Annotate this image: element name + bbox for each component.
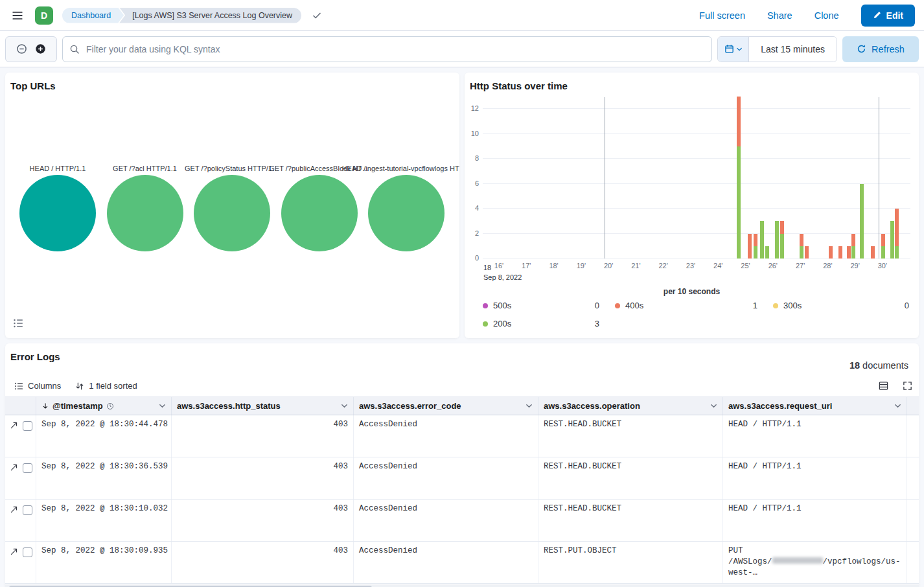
search-input[interactable] bbox=[85, 43, 705, 55]
x-axis-title: per 10 seconds bbox=[465, 287, 919, 296]
legend-toggle-button[interactable] bbox=[12, 317, 25, 332]
expand-row-button[interactable] bbox=[10, 463, 18, 472]
breadcrumb-dashboard[interactable]: Dashboard bbox=[62, 8, 124, 23]
top-urls-chart[interactable]: HEAD / HTTP/1.1GET /?acl HTTP/1.1GET /?p… bbox=[5, 73, 459, 338]
expand-row-icon bbox=[10, 505, 18, 514]
menu-button[interactable] bbox=[9, 7, 26, 24]
cell-http-status[interactable]: 403 bbox=[172, 457, 354, 499]
grid-toolbar: Columns 1 field sorted bbox=[14, 381, 912, 391]
breadcrumb-current-page[interactable]: [Logs AWS] S3 Server Access Log Overview bbox=[119, 8, 301, 23]
legend-value: 1 bbox=[753, 301, 757, 310]
column-header-operation[interactable]: aws.s3access.operation bbox=[538, 397, 723, 415]
cell-error-code[interactable]: AccessDenied bbox=[354, 500, 538, 541]
legend-item-300s[interactable]: 300s0 bbox=[773, 301, 909, 310]
redacted-text bbox=[772, 557, 823, 564]
pencil-icon bbox=[873, 11, 881, 19]
row-checkbox[interactable] bbox=[23, 547, 32, 557]
cell-timestamp[interactable]: Sep 8, 2022 @ 18:30:09.935 bbox=[36, 542, 172, 583]
expand-row-button[interactable] bbox=[10, 505, 18, 514]
cell-request-uri[interactable]: HEAD / HTTP/1.1 bbox=[723, 457, 907, 499]
add-filter-button[interactable] bbox=[32, 41, 49, 57]
expand-row-button[interactable] bbox=[10, 547, 18, 556]
sort-fields-button[interactable]: 1 field sorted bbox=[75, 381, 137, 391]
bar-200s bbox=[754, 246, 757, 259]
document-count: 18 documents bbox=[849, 360, 908, 371]
cell-http-status[interactable]: 403 bbox=[172, 542, 354, 583]
expand-row-button[interactable] bbox=[10, 421, 18, 430]
cell-error-code[interactable]: AccessDenied bbox=[354, 415, 538, 457]
cell-timestamp[interactable]: Sep 8, 2022 @ 18:30:36.539 bbox=[36, 457, 172, 499]
legend-item-500s[interactable]: 500s0 bbox=[483, 301, 599, 310]
y-axis-label: 12 bbox=[465, 104, 479, 112]
cell-error-code[interactable]: AccessDenied bbox=[354, 542, 538, 583]
clock-icon bbox=[106, 402, 114, 410]
pie-slice[interactable] bbox=[281, 175, 358, 251]
pie-slice[interactable] bbox=[107, 175, 183, 251]
cell-timestamp[interactable]: Sep 8, 2022 @ 18:30:44.478 bbox=[36, 415, 172, 457]
date-picker-button[interactable] bbox=[718, 37, 749, 62]
documents-table: @timestampaws.s3access.http_statusaws.s3… bbox=[5, 397, 919, 584]
column-header-label: aws.s3access.request_uri bbox=[728, 401, 832, 411]
cell-http-status[interactable]: 403 bbox=[172, 415, 354, 457]
full-screen-link[interactable]: Full screen bbox=[699, 10, 745, 21]
filter-options-button[interactable] bbox=[14, 41, 30, 57]
table-header: @timestampaws.s3access.http_statusaws.s3… bbox=[5, 397, 919, 415]
y-axis-label: 4 bbox=[465, 204, 479, 212]
legend-dot bbox=[615, 303, 620, 308]
cell-request-uri[interactable]: PUT/AWSLogs//vpcflowlogs/us-west-… bbox=[723, 542, 907, 583]
column-header-timestamp[interactable]: @timestamp bbox=[36, 397, 172, 415]
pie-label: GET /?acl HTTP/1.1 bbox=[113, 165, 177, 172]
y-axis-label: 0 bbox=[465, 254, 479, 262]
bar-200s bbox=[800, 246, 803, 259]
date-picker-group: Last 15 minutes bbox=[717, 36, 837, 62]
cell-error-code[interactable]: AccessDenied bbox=[354, 457, 538, 499]
pie-slice[interactable] bbox=[194, 175, 270, 251]
row-checkbox[interactable] bbox=[23, 463, 32, 473]
cell-timestamp[interactable]: Sep 8, 2022 @ 18:30:10.032 bbox=[36, 500, 172, 541]
share-link[interactable]: Share bbox=[767, 10, 792, 21]
fullscreen-grid-button[interactable] bbox=[903, 381, 912, 391]
column-header-label: @timestamp bbox=[52, 401, 103, 411]
plus-circle-icon bbox=[35, 43, 46, 54]
edit-button[interactable]: Edit bbox=[861, 5, 915, 27]
column-header-error-code[interactable]: aws.s3access.error_code bbox=[354, 397, 538, 415]
table-row: Sep 8, 2022 @ 18:30:09.935403AccessDenie… bbox=[5, 542, 919, 584]
y-axis-label: 2 bbox=[465, 229, 479, 237]
columns-button[interactable]: Columns bbox=[14, 381, 61, 391]
pie-slice[interactable] bbox=[19, 175, 96, 251]
cell-http-status[interactable]: 403 bbox=[172, 500, 354, 541]
row-controls bbox=[5, 500, 36, 541]
column-header-label: aws.s3access.operation bbox=[544, 401, 640, 411]
bar-200s bbox=[881, 246, 885, 259]
clone-link[interactable]: Clone bbox=[814, 10, 839, 21]
bar-200s bbox=[775, 221, 779, 259]
horizontal-scrollbar[interactable] bbox=[5, 584, 919, 587]
refresh-button[interactable]: Refresh bbox=[842, 36, 919, 62]
column-header-http-status[interactable]: aws.s3access.http_status bbox=[172, 397, 354, 415]
bar-400s bbox=[800, 234, 803, 246]
space-avatar[interactable]: D bbox=[35, 6, 53, 25]
row-checkbox[interactable] bbox=[23, 505, 32, 515]
cell-operation[interactable]: REST.HEAD.BUCKET bbox=[538, 500, 723, 541]
column-header-label: aws.s3access.error_code bbox=[359, 401, 461, 411]
expand-row-icon bbox=[10, 421, 18, 430]
dashboard-main: Top URLs HEAD / HTTP/1.1GET /?acl HTTP/1… bbox=[0, 67, 924, 587]
saved-check-button[interactable] bbox=[309, 8, 325, 23]
cell-operation[interactable]: REST.PUT.OBJECT bbox=[538, 542, 723, 583]
legend-dot bbox=[483, 303, 488, 308]
cell-request-uri[interactable]: HEAD / HTTP/1.1 bbox=[723, 415, 907, 457]
legend-item-200s[interactable]: 200s3 bbox=[483, 319, 599, 328]
cell-operation[interactable]: REST.HEAD.BUCKET bbox=[538, 457, 723, 499]
x-axis-label: 21' bbox=[631, 262, 640, 270]
display-options-button[interactable] bbox=[879, 381, 888, 391]
cell-operation[interactable]: REST.HEAD.BUCKET bbox=[538, 415, 723, 457]
column-header-label: aws.s3access.http_status bbox=[177, 401, 281, 411]
gridline bbox=[483, 233, 910, 234]
row-checkbox[interactable] bbox=[23, 421, 32, 431]
column-header-request-uri[interactable]: aws.s3access.request_uri bbox=[723, 397, 907, 415]
cell-request-uri[interactable]: HEAD / HTTP/1.1 bbox=[723, 500, 907, 541]
time-range-button[interactable]: Last 15 minutes bbox=[749, 37, 837, 62]
plot-area[interactable] bbox=[483, 109, 910, 259]
legend-item-400s[interactable]: 400s1 bbox=[615, 301, 757, 310]
pie-slice[interactable] bbox=[368, 175, 445, 251]
